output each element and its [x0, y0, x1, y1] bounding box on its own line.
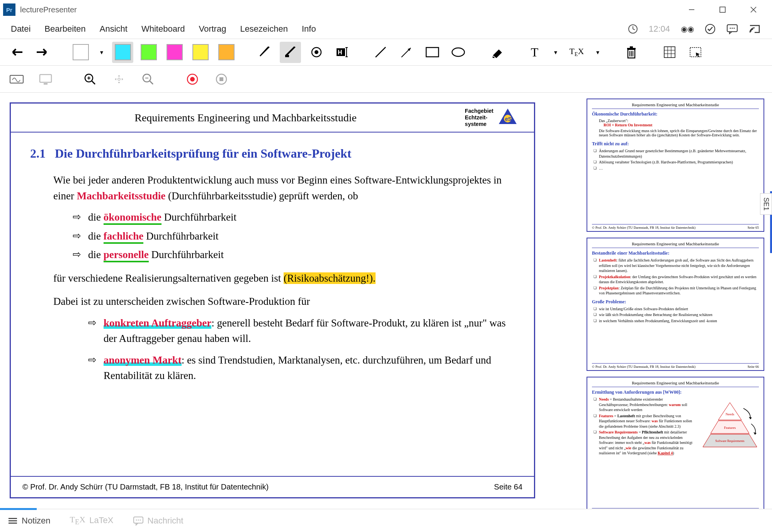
minimize-button[interactable] [684, 4, 699, 15]
redo-button[interactable] [32, 42, 53, 63]
eraser-tool[interactable] [486, 42, 507, 63]
chat-icon[interactable] [726, 24, 738, 34]
menu-ansicht[interactable]: Ansicht [93, 21, 134, 37]
stop-button[interactable] [211, 68, 232, 90]
line-tool[interactable] [370, 42, 391, 63]
svg-rect-28 [627, 48, 636, 49]
rectangle-tool[interactable] [422, 42, 443, 63]
department-label: FachgebietEchtzeit-systeme [465, 108, 493, 127]
latex-tool[interactable]: TEX [566, 42, 587, 63]
svg-rect-1 [720, 7, 725, 12]
thumbnail-slide-66[interactable]: Requirements Engineering und Machbarkeit… [587, 238, 764, 371]
bullet-item: anonymen Markt: es sind Trendstudien, Ma… [53, 352, 515, 384]
pointer-tool[interactable] [306, 42, 327, 63]
zoom-in-button[interactable] [79, 68, 100, 90]
svg-point-67 [138, 519, 139, 520]
color-orange[interactable] [216, 42, 237, 63]
arrow-tool[interactable] [396, 42, 417, 63]
undo-button[interactable] [6, 42, 27, 63]
svg-rect-29 [630, 46, 633, 48]
app-title: lecturePresenter [20, 5, 77, 14]
text-select-tool[interactable]: H [332, 42, 353, 63]
svg-rect-50 [219, 77, 223, 81]
color-pink[interactable] [70, 42, 91, 63]
svg-line-20 [376, 47, 386, 57]
svg-marker-61 [753, 432, 757, 435]
delete-tool[interactable] [621, 42, 642, 63]
grid-tool[interactable] [659, 42, 680, 63]
display-button[interactable] [35, 68, 56, 90]
svg-point-14 [315, 50, 318, 54]
slide-area: Requirements Engineering und Machbarkeit… [0, 93, 583, 509]
slide-body: 2.1 Die Durchführbarkeitsprüfung für ein… [11, 133, 534, 398]
footer-page: Seite 64 [494, 483, 522, 491]
close-button[interactable] [746, 4, 761, 15]
color-dropdown[interactable]: ▾ [96, 42, 107, 63]
maximize-button[interactable] [715, 4, 730, 15]
ellipse-tool[interactable] [447, 42, 469, 63]
slide-header: Requirements Engineering und Machbarkeit… [11, 104, 534, 133]
bullet-item: die fachliche Durchführbarkeit [53, 228, 515, 244]
latex-dropdown[interactable]: ▾ [592, 42, 604, 63]
thumb-header: Requirements Engineering und Machbarkeit… [592, 102, 759, 109]
color-cyan[interactable] [112, 42, 133, 63]
slide-footer: © Prof. Dr. Andy Schürr (TU Darmstadt, F… [11, 476, 534, 497]
thumb-header: Requirements Engineering und Machbarkeit… [592, 241, 759, 248]
highlighter-tool[interactable] [280, 42, 301, 63]
pan-button[interactable] [108, 68, 129, 90]
tab-nachricht[interactable]: Nachricht [133, 516, 184, 526]
zoom-out-button[interactable] [137, 68, 158, 90]
svg-text:Software Requirements: Software Requirements [715, 439, 744, 443]
record-indicator-icon[interactable]: ◉◉ [681, 24, 694, 34]
main-area: Requirements Engineering und Machbarkeit… [0, 93, 772, 509]
checklist-icon[interactable] [705, 24, 716, 34]
menu-info[interactable]: Info [295, 21, 323, 37]
current-slide[interactable]: Requirements Engineering und Machbarkeit… [10, 102, 535, 498]
select-area-tool[interactable] [685, 42, 706, 63]
pen-tool[interactable] [254, 42, 275, 63]
latex-icon: TEX [70, 515, 86, 526]
menu-lesezeichen[interactable]: Lesezeichen [233, 21, 295, 37]
svg-point-48 [190, 77, 195, 82]
record-button[interactable] [182, 68, 203, 90]
color-yellow[interactable] [190, 42, 211, 63]
color-green[interactable] [138, 42, 159, 63]
notes-icon [8, 517, 18, 525]
message-icon [133, 516, 144, 525]
bullet-item: konkreten Auftraggeber: generell besteht… [53, 315, 515, 347]
text-dropdown[interactable]: ▾ [550, 42, 561, 63]
paragraph: für verschiedene Realisierungsalternativ… [53, 270, 515, 286]
tab-notizen[interactable]: Notizen [8, 516, 51, 526]
color-magenta[interactable] [164, 42, 185, 63]
menu-datei[interactable]: Datei [4, 21, 37, 37]
text-tool[interactable]: T [524, 42, 545, 63]
paragraph: Dabei ist zu unterscheiden zwischen Soft… [53, 294, 515, 309]
thumbnail-slide-67[interactable]: Requirements Engineering und Machbarkeit… [587, 377, 764, 509]
svg-point-9 [730, 28, 731, 29]
svg-point-23 [452, 48, 464, 56]
menu-whiteboard[interactable]: Whiteboard [134, 21, 192, 37]
bullet-item: die personelle Durchführbarkeit [53, 247, 515, 263]
svg-rect-12 [285, 55, 289, 57]
svg-point-43 [118, 78, 120, 80]
thumbnail-slide-65[interactable]: Requirements Engineering und Machbarkeit… [587, 99, 764, 232]
logo-icon: eS [497, 107, 519, 128]
svg-marker-54 [718, 403, 741, 420]
cast-icon[interactable] [749, 24, 760, 34]
menu-vortrag[interactable]: Vortrag [192, 21, 233, 37]
svg-rect-35 [690, 48, 701, 57]
thumbnail-panel: Requirements Engineering und Machbarkeit… [583, 93, 772, 509]
presenter-view-button[interactable] [6, 68, 27, 90]
svg-text:Features: Features [724, 426, 736, 430]
toolbar-secondary [0, 66, 772, 93]
tab-latex[interactable]: TEX LaTeX [70, 515, 114, 526]
bottombar: Notizen TEX LaTeX Nachricht [0, 509, 772, 532]
svg-text:Needs: Needs [726, 412, 735, 416]
menu-bearbeiten[interactable]: Bearbeiten [37, 21, 92, 37]
pyramid-diagram: Needs Features Software Requirements [701, 401, 759, 451]
side-tab[interactable]: SE1 [760, 193, 772, 215]
svg-rect-37 [40, 75, 51, 82]
svg-point-10 [732, 28, 733, 29]
section-heading: 2.1 Die Durchführbarkeitsprüfung für ein… [30, 144, 515, 163]
progress-indicator [0, 508, 37, 510]
